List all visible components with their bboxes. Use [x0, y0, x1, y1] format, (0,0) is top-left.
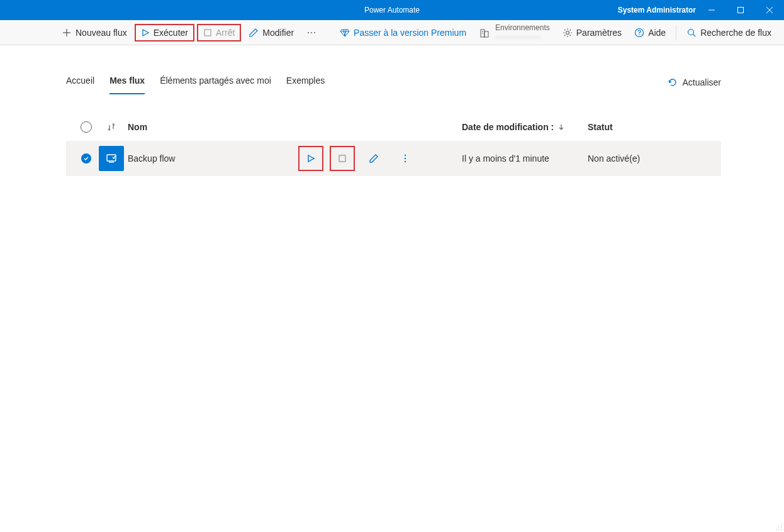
content: Accueil Mes flux Éléments partagés avec …	[0, 45, 784, 176]
svg-rect-7	[204, 30, 211, 36]
window-controls	[697, 0, 784, 20]
refresh-icon	[668, 77, 678, 87]
pencil-icon	[249, 28, 259, 38]
app-title: Power Automate	[364, 6, 420, 14]
env-value: ——————	[495, 33, 550, 42]
row-stop-button[interactable]	[330, 146, 355, 171]
stop-label: Arrêt	[216, 28, 235, 38]
stop-icon	[338, 154, 347, 163]
select-all-checkbox[interactable]	[74, 121, 99, 133]
play-icon	[141, 28, 150, 37]
refresh-label: Actualiser	[683, 77, 721, 87]
resize-grip[interactable]	[775, 523, 783, 531]
svg-point-31	[781, 529, 782, 530]
row-edit-button[interactable]	[361, 146, 386, 171]
separator	[676, 25, 676, 40]
execute-button[interactable]: Exécuter	[135, 24, 194, 42]
svg-point-25	[405, 155, 406, 156]
svg-point-29	[781, 526, 782, 528]
toolbar: Nouveau flux Exécuter Arrêt Modifier Pas…	[0, 20, 784, 45]
ellipsis-icon	[306, 28, 316, 38]
new-flow-button[interactable]: Nouveau flux	[57, 25, 132, 40]
plus-icon	[62, 28, 72, 38]
svg-line-19	[693, 34, 696, 36]
title-bar: Power Automate System Administrator	[0, 0, 784, 20]
modify-button[interactable]: Modifier	[244, 25, 299, 40]
close-button[interactable]	[755, 0, 784, 20]
flow-type-icon	[99, 146, 124, 171]
svg-point-10	[314, 32, 315, 33]
svg-rect-1	[738, 8, 744, 13]
env-label: Environnements	[495, 23, 550, 32]
ellipsis-vertical-icon	[400, 153, 410, 163]
table-row[interactable]: Backup flow Il y a moins d'1 minute Non …	[66, 141, 721, 176]
table-header: Nom Date de modification : Statut	[66, 113, 721, 141]
gear-icon	[563, 28, 573, 38]
svg-point-30	[778, 526, 780, 528]
svg-marker-6	[143, 30, 148, 36]
svg-point-28	[781, 524, 782, 525]
row-more-button[interactable]	[393, 146, 418, 171]
maximize-button[interactable]	[726, 0, 755, 20]
column-modified[interactable]: Date de modification :	[462, 122, 588, 132]
svg-point-27	[405, 161, 406, 162]
question-icon	[634, 28, 644, 38]
svg-marker-23	[308, 155, 314, 162]
sort-icon[interactable]	[99, 122, 124, 132]
stop-button[interactable]: Arrêt	[197, 24, 241, 42]
settings-label: Paramètres	[576, 28, 622, 38]
play-icon	[306, 154, 315, 163]
svg-point-15	[566, 31, 569, 34]
diamond-icon	[340, 28, 350, 38]
row-modified: Il y a moins d'1 minute	[462, 153, 588, 163]
sort-down-icon	[557, 123, 565, 131]
tab-examples[interactable]: Exemples	[286, 70, 325, 94]
flow-name[interactable]: Backup flow	[124, 153, 298, 163]
svg-point-8	[308, 32, 309, 33]
search-icon	[686, 28, 697, 38]
stop-icon	[203, 28, 212, 37]
execute-label: Exécuter	[154, 28, 188, 38]
row-checkbox[interactable]	[74, 153, 99, 163]
tab-shared[interactable]: Éléments partagés avec moi	[160, 70, 271, 94]
svg-point-9	[311, 32, 312, 33]
column-name[interactable]: Nom	[124, 122, 298, 132]
svg-point-32	[778, 529, 780, 530]
help-button[interactable]: Aide	[629, 25, 671, 40]
environment-selector[interactable]: Environnements ——————	[474, 23, 555, 42]
search-label: Recherche de flux	[700, 28, 771, 38]
user-name[interactable]: System Administrator	[618, 6, 696, 14]
pencil-icon	[369, 153, 379, 163]
svg-point-17	[639, 34, 639, 35]
settings-button[interactable]: Paramètres	[557, 25, 627, 40]
svg-rect-24	[339, 155, 345, 162]
svg-point-26	[405, 158, 406, 159]
new-flow-label: Nouveau flux	[76, 28, 127, 38]
search-button[interactable]: Recherche de flux	[681, 25, 776, 40]
svg-point-33	[776, 529, 777, 530]
premium-button[interactable]: Passer à la version Premium	[335, 25, 471, 40]
row-status: Non activé(e)	[588, 153, 714, 163]
modify-label: Modifier	[262, 28, 294, 38]
help-label: Aide	[648, 28, 666, 38]
row-execute-button[interactable]	[298, 146, 323, 171]
premium-label: Passer à la version Premium	[354, 28, 466, 38]
building-icon	[479, 27, 490, 38]
refresh-button[interactable]: Actualiser	[668, 77, 721, 87]
tab-home[interactable]: Accueil	[66, 70, 94, 94]
svg-rect-12	[484, 31, 488, 37]
minimize-button[interactable]	[697, 0, 726, 20]
tabs: Accueil Mes flux Éléments partagés avec …	[66, 70, 325, 94]
tab-my-flows[interactable]: Mes flux	[109, 70, 145, 94]
more-button[interactable]	[301, 25, 322, 40]
column-status[interactable]: Statut	[588, 122, 714, 132]
svg-point-18	[688, 29, 694, 35]
